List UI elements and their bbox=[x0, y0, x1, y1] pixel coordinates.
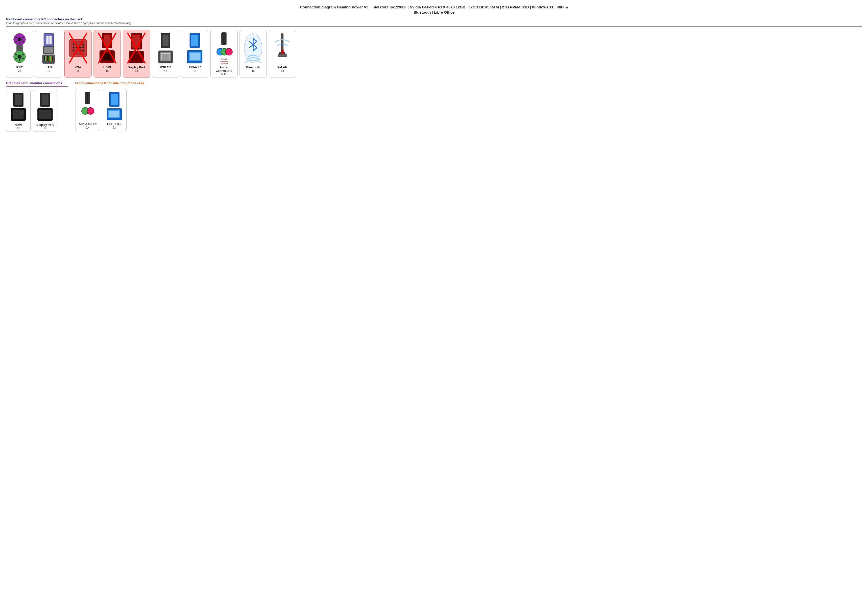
connector-usba31: USB-A 3.1 1x bbox=[181, 30, 208, 78]
audio-icon: *7.1 with Frontpanel Connector bbox=[214, 32, 234, 64]
svg-point-40 bbox=[73, 50, 74, 51]
svg-rect-21 bbox=[44, 47, 53, 53]
svg-point-4 bbox=[16, 40, 17, 42]
usba30-front-icon bbox=[105, 91, 124, 121]
dp-back-icon bbox=[126, 32, 146, 64]
connector-dp-gpu: Display Port 3x bbox=[33, 90, 57, 132]
bluetooth-icon bbox=[243, 32, 263, 64]
svg-rect-87 bbox=[281, 49, 284, 54]
svg-rect-93 bbox=[42, 94, 48, 105]
front-connectors-row: Audio In/Out 1x USB-A 3.0 bbox=[75, 89, 144, 131]
lan-icon bbox=[39, 32, 59, 64]
dp-gpu-label: Display Port bbox=[36, 123, 54, 127]
audio-front-label: Audio In/Out bbox=[79, 122, 96, 126]
usb20-icon bbox=[156, 32, 175, 64]
hdmi-back-label: HDMI bbox=[104, 65, 111, 69]
usba30-front-label: USB-A 3.0 bbox=[107, 122, 121, 126]
connector-hdmi-gpu: HDMI 1x bbox=[6, 90, 31, 132]
lan-count: 1x bbox=[47, 69, 51, 73]
svg-rect-101 bbox=[111, 93, 118, 105]
mainboard-section-subtitle: (monitor/graphics card connectors are di… bbox=[6, 22, 862, 25]
dp-back-label: Display Port bbox=[128, 65, 145, 69]
svg-rect-86 bbox=[278, 54, 287, 57]
svg-marker-91 bbox=[12, 110, 24, 119]
bottom-sections: Graphics card / monitor connections HDMI bbox=[6, 81, 862, 132]
connector-vga: VGA 1x bbox=[64, 30, 91, 78]
svg-point-5 bbox=[22, 40, 24, 42]
audio-label: Audio Connectors bbox=[212, 65, 236, 73]
front-section: Front connections front side / top of th… bbox=[75, 81, 144, 131]
svg-rect-69 bbox=[190, 53, 200, 60]
svg-point-12 bbox=[16, 58, 17, 59]
page-title: Connection diagram Gaming Power V3 | Int… bbox=[6, 5, 862, 15]
svg-rect-89 bbox=[15, 94, 22, 105]
svg-point-13 bbox=[22, 58, 24, 59]
usba31-label: USB-A 3.1 bbox=[188, 65, 202, 69]
hdmi-gpu-icon bbox=[9, 92, 28, 121]
svg-point-43 bbox=[82, 50, 84, 51]
ps2-count: 2x bbox=[18, 69, 21, 73]
vga-icon bbox=[68, 32, 88, 64]
wlan-label: W-LAN bbox=[277, 65, 287, 69]
wlan-icon bbox=[273, 32, 292, 64]
mainboard-section-title: Mainboard connectors PC connectors on th… bbox=[6, 17, 862, 21]
svg-point-1 bbox=[17, 37, 22, 41]
usba30-front-count: 2x bbox=[113, 126, 116, 129]
audio-front-count: 1x bbox=[86, 126, 89, 129]
lan-label: LAN bbox=[46, 65, 52, 69]
svg-marker-95 bbox=[39, 110, 51, 119]
svg-point-36 bbox=[73, 47, 74, 48]
audio-count: 5.1x bbox=[221, 73, 227, 76]
svg-point-74 bbox=[225, 48, 232, 55]
bluetooth-count: 1x bbox=[252, 69, 255, 73]
front-section-title: Front connections front side / top of th… bbox=[75, 81, 144, 85]
bluetooth-label: Bluetooth bbox=[246, 65, 260, 69]
mainboard-connectors-row: PS/2 2x bbox=[6, 30, 862, 78]
connector-usba30-front: USB-A 3.0 2x bbox=[102, 89, 127, 131]
svg-marker-56 bbox=[130, 52, 143, 61]
svg-rect-64 bbox=[161, 54, 169, 60]
svg-point-35 bbox=[82, 44, 84, 45]
ps2-icon bbox=[10, 32, 29, 64]
connector-lan: LAN 1x bbox=[35, 30, 62, 78]
svg-point-10 bbox=[16, 54, 17, 56]
hdmi-gpu-label: HDMI bbox=[15, 123, 22, 127]
vga-count: 1x bbox=[76, 69, 80, 73]
graphics-divider bbox=[6, 86, 68, 87]
svg-point-6 bbox=[19, 42, 20, 44]
svg-point-39 bbox=[82, 47, 84, 48]
connector-dp-back: Display Port 1x bbox=[123, 30, 150, 78]
connector-audio-front: Audio In/Out 1x bbox=[75, 89, 100, 131]
wlan-count: 1x bbox=[281, 69, 284, 73]
hdmi-back-count: 1x bbox=[105, 69, 109, 73]
connector-ps2: PS/2 2x bbox=[6, 30, 33, 78]
connector-hdmi-back: HDMI 1x bbox=[93, 30, 121, 78]
usba31-icon bbox=[185, 32, 205, 64]
svg-point-38 bbox=[79, 47, 81, 48]
svg-point-11 bbox=[22, 54, 24, 56]
svg-rect-60 bbox=[163, 35, 169, 46]
dp-gpu-icon bbox=[36, 92, 54, 121]
ps2-label: PS/2 bbox=[16, 65, 23, 69]
dp-gpu-count: 3x bbox=[43, 127, 47, 130]
svg-text:Frontpanel: Frontpanel bbox=[220, 61, 228, 63]
vga-label: VGA bbox=[75, 65, 81, 69]
svg-text:*7.1 with: *7.1 with bbox=[221, 58, 227, 60]
svg-point-9 bbox=[17, 55, 22, 59]
svg-rect-66 bbox=[191, 35, 198, 46]
connector-wlan: W-LAN 1x bbox=[269, 30, 296, 78]
svg-point-14 bbox=[19, 59, 20, 61]
graphics-section-title: Graphics card / monitor connections bbox=[6, 81, 62, 85]
svg-point-32 bbox=[73, 44, 74, 45]
connector-audio: *7.1 with Frontpanel Connector Audio Con… bbox=[210, 30, 237, 78]
graphics-connectors-row: HDMI 1x Display Port 3x bbox=[6, 90, 68, 132]
hdmi-back-icon bbox=[97, 32, 117, 64]
connector-usb20: USB 2.0 4x bbox=[152, 30, 179, 78]
dp-back-count: 1x bbox=[135, 69, 138, 73]
graphics-section: Graphics card / monitor connections HDMI bbox=[6, 81, 68, 132]
mainboard-divider bbox=[6, 26, 862, 27]
usb20-label: USB 2.0 bbox=[160, 65, 171, 69]
usb20-count: 4x bbox=[164, 69, 167, 73]
connector-bluetooth: Bluetooth 1x bbox=[240, 30, 267, 78]
usba31-count: 1x bbox=[193, 69, 197, 73]
